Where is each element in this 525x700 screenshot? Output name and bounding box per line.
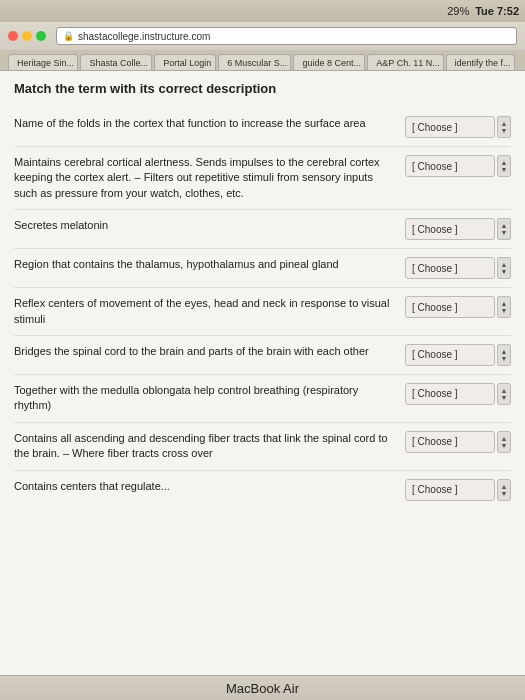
quiz-row: Maintains cerebral cortical alertness. S… [14, 147, 511, 210]
mac-bottom-bar: MacBook Air [0, 675, 525, 700]
page-title: Match the term with its correct descript… [14, 81, 511, 96]
browser-tabs: Heritage Sin...Shasta Colle...Portal Log… [0, 50, 525, 70]
quiz-rows-container: Name of the folds in the cortex that fun… [14, 108, 511, 509]
browser-tab-4[interactable]: guide 8 Cent... [293, 54, 365, 70]
quiz-row: Region that contains the thalamus, hypot… [14, 249, 511, 288]
select-box-6[interactable]: [ Choose ] [405, 383, 495, 405]
question-text-8: Contains centers that regulate... [14, 479, 397, 494]
question-text-5: Bridges the spinal cord to the brain and… [14, 344, 397, 359]
answer-select-3[interactable]: [ Choose ]▲▼ [405, 257, 511, 279]
quiz-row: Contains centers that regulate...[ Choos… [14, 471, 511, 509]
browser-tab-1[interactable]: Shasta Colle... [80, 54, 152, 70]
mac-topbar: 29% Tue 7:52 [0, 0, 525, 22]
select-arrows-8[interactable]: ▲▼ [497, 479, 511, 501]
quiz-row: Together with the medulla oblongata help… [14, 375, 511, 423]
answer-select-4[interactable]: [ Choose ]▲▼ [405, 296, 511, 318]
select-box-4[interactable]: [ Choose ] [405, 296, 495, 318]
select-arrows-0[interactable]: ▲▼ [497, 116, 511, 138]
answer-select-8[interactable]: [ Choose ]▲▼ [405, 479, 511, 501]
question-text-6: Together with the medulla oblongata help… [14, 383, 397, 414]
select-arrows-2[interactable]: ▲▼ [497, 218, 511, 240]
clock: Tue 7:52 [475, 5, 519, 17]
maximize-button[interactable] [36, 31, 46, 41]
select-arrows-7[interactable]: ▲▼ [497, 431, 511, 453]
traffic-lights [8, 31, 46, 41]
answer-select-7[interactable]: [ Choose ]▲▼ [405, 431, 511, 453]
quiz-row: Secretes melatonin[ Choose ]▲▼ [14, 210, 511, 249]
question-text-3: Region that contains the thalamus, hypot… [14, 257, 397, 272]
close-button[interactable] [8, 31, 18, 41]
url-text: shastacollege.instructure.com [78, 31, 210, 42]
answer-select-1[interactable]: [ Choose ]▲▼ [405, 155, 511, 177]
answer-select-6[interactable]: [ Choose ]▲▼ [405, 383, 511, 405]
answer-select-0[interactable]: [ Choose ]▲▼ [405, 116, 511, 138]
minimize-button[interactable] [22, 31, 32, 41]
browser-tab-0[interactable]: Heritage Sin... [8, 54, 78, 70]
select-arrows-4[interactable]: ▲▼ [497, 296, 511, 318]
page-content: Match the term with its correct descript… [0, 71, 525, 675]
answer-select-5[interactable]: [ Choose ]▲▼ [405, 344, 511, 366]
question-text-7: Contains all ascending and descending fi… [14, 431, 397, 462]
quiz-row: Bridges the spinal cord to the brain and… [14, 336, 511, 375]
select-arrows-5[interactable]: ▲▼ [497, 344, 511, 366]
mac-model-label: MacBook Air [226, 681, 299, 696]
battery-indicator: 29% [447, 5, 469, 17]
select-box-2[interactable]: [ Choose ] [405, 218, 495, 240]
browser-toolbar: 🔒 shastacollege.instructure.com [0, 22, 525, 50]
select-box-5[interactable]: [ Choose ] [405, 344, 495, 366]
select-arrows-6[interactable]: ▲▼ [497, 383, 511, 405]
quiz-row: Name of the folds in the cortex that fun… [14, 108, 511, 147]
url-bar[interactable]: 🔒 shastacollege.instructure.com [56, 27, 517, 45]
question-text-4: Reflex centers of movement of the eyes, … [14, 296, 397, 327]
browser-tab-2[interactable]: Portal Login [154, 54, 216, 70]
lock-icon: 🔒 [63, 31, 74, 41]
browser-tab-6[interactable]: identify the f... [446, 54, 515, 70]
question-text-2: Secretes melatonin [14, 218, 397, 233]
select-box-3[interactable]: [ Choose ] [405, 257, 495, 279]
select-box-8[interactable]: [ Choose ] [405, 479, 495, 501]
question-text-1: Maintains cerebral cortical alertness. S… [14, 155, 397, 201]
select-arrows-3[interactable]: ▲▼ [497, 257, 511, 279]
quiz-row: Contains all ascending and descending fi… [14, 423, 511, 471]
browser-chrome: 🔒 shastacollege.instructure.com Heritage… [0, 22, 525, 71]
select-arrows-1[interactable]: ▲▼ [497, 155, 511, 177]
answer-select-2[interactable]: [ Choose ]▲▼ [405, 218, 511, 240]
select-box-1[interactable]: [ Choose ] [405, 155, 495, 177]
select-box-7[interactable]: [ Choose ] [405, 431, 495, 453]
select-box-0[interactable]: [ Choose ] [405, 116, 495, 138]
question-text-0: Name of the folds in the cortex that fun… [14, 116, 397, 131]
browser-tab-3[interactable]: 6 Muscular S... [218, 54, 291, 70]
browser-tab-5[interactable]: A&P Ch. 11 N... [367, 54, 443, 70]
quiz-row: Reflex centers of movement of the eyes, … [14, 288, 511, 336]
